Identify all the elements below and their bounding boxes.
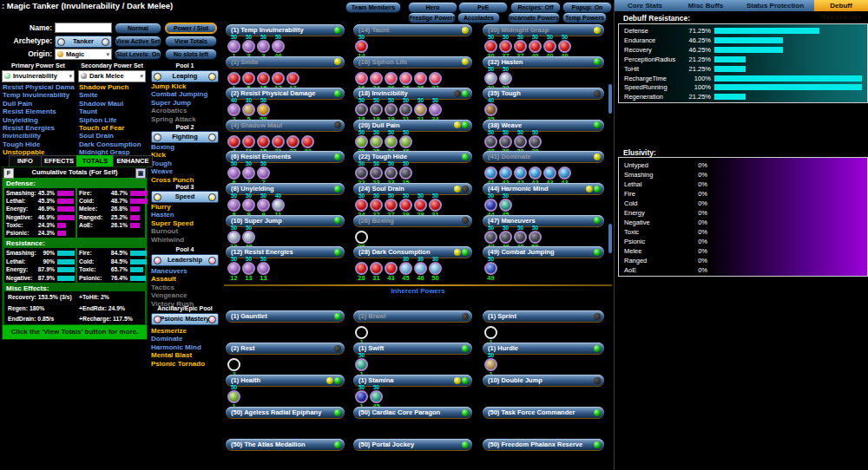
power-list-item[interactable]: Resist Elements xyxy=(3,108,56,115)
name-input[interactable] xyxy=(55,23,112,33)
power-bar[interactable]: (10) Double Jump xyxy=(483,375,604,387)
tab-core-stats[interactable]: Core Stats xyxy=(615,0,676,11)
tab-info[interactable]: INFO xyxy=(9,155,42,167)
power-list-item[interactable]: Temp Invulnerability xyxy=(3,91,69,99)
spinner-orb-icon[interactable] xyxy=(208,193,216,201)
pool-header[interactable]: Leadership xyxy=(151,254,219,266)
power-list-item[interactable]: Tough Hide xyxy=(3,140,40,148)
power-list-item[interactable]: Resist Energies xyxy=(3,124,55,132)
power-bar[interactable]: (50) Task Force Commander xyxy=(483,407,604,419)
spinner-orb-icon[interactable] xyxy=(208,257,216,264)
enhancement-slot[interactable]: 31 xyxy=(369,257,384,282)
power-list-item[interactable]: Burnout xyxy=(151,227,178,235)
power-list-item[interactable]: Kick xyxy=(151,151,166,159)
powerset-select[interactable]: Dark Melee▾ xyxy=(78,70,146,82)
pool-header[interactable]: Speed xyxy=(151,191,219,203)
power-list-item[interactable]: Vengeance xyxy=(151,291,187,299)
power-bar[interactable]: (1) Health xyxy=(226,375,345,387)
enhancement-slot[interactable]: 5012 xyxy=(227,257,241,282)
power-bar[interactable]: (50) Ageless Radial Epiphany xyxy=(226,407,345,419)
power-list-item[interactable]: Unyielding xyxy=(3,116,38,124)
power-bar[interactable]: (2) Rest xyxy=(226,343,345,355)
power-list-item[interactable]: Tactics xyxy=(151,284,174,291)
power-list-item[interactable]: Flurry xyxy=(151,203,171,211)
power-list-item[interactable]: Boxing xyxy=(151,143,174,151)
power-list-item[interactable]: Psionic Tornado xyxy=(151,360,205,368)
enhancement-slot[interactable]: 5049 xyxy=(483,257,498,282)
power-bar[interactable]: (1) Brawl xyxy=(353,310,472,323)
font-button[interactable]: F xyxy=(3,168,14,179)
spinner-orb-icon[interactable] xyxy=(208,73,216,81)
power-bar[interactable]: (1) Sprint xyxy=(483,310,604,323)
power-bar[interactable]: (14) Taunt xyxy=(353,24,472,36)
pool-header[interactable]: Psionic Mastery xyxy=(151,313,219,325)
power-list-item[interactable]: Jump Kick xyxy=(151,82,186,90)
no-slots-left-button[interactable]: No slots left xyxy=(165,49,217,60)
power-list-item[interactable]: Shadow Punch xyxy=(79,83,128,91)
powerset-select[interactable]: Invulnerability▾ xyxy=(2,70,75,82)
enhancement-slot[interactable]: 5013 xyxy=(241,257,256,282)
slot-levels-button[interactable]: Slot Levels: On xyxy=(115,49,161,60)
archetype-dropdown[interactable]: Tanker xyxy=(55,36,112,48)
spinner-orb-icon[interactable] xyxy=(208,316,216,323)
enhancement-slot[interactable]: 3050 xyxy=(428,257,443,282)
toolbar-button[interactable]: Prestige Powers xyxy=(408,12,456,23)
spinner-orb-icon[interactable] xyxy=(154,73,161,81)
power-list-item[interactable]: Shadow Maul xyxy=(79,100,123,108)
tab-status-protection[interactable]: Status Protection xyxy=(736,0,815,11)
power-list-item[interactable]: Super Speed xyxy=(151,219,194,227)
scrollbar-thumb[interactable] xyxy=(608,84,612,114)
power-list-item[interactable]: Tough xyxy=(151,160,172,167)
power-list-item[interactable]: Cross Punch xyxy=(151,176,194,184)
enhancement-slot[interactable]: 28 xyxy=(354,257,369,282)
view-active-sets-button[interactable]: View Active Sets xyxy=(115,36,161,47)
power-list-item[interactable]: Weave xyxy=(151,167,173,175)
power-list-item[interactable]: Dominate xyxy=(151,335,182,343)
power-slot-button[interactable]: Power / Slot xyxy=(165,23,217,34)
spinner-orb-icon[interactable] xyxy=(154,257,161,264)
power-list-item[interactable]: Maneuvers xyxy=(151,267,187,275)
power-list-item[interactable]: Whirlwind xyxy=(151,236,184,244)
power-list-item[interactable]: Assault xyxy=(151,275,176,283)
origin-select[interactable]: Magic ▾ xyxy=(55,49,112,60)
spinner-orb-icon[interactable] xyxy=(154,316,161,323)
power-list-item[interactable]: Touch of Fear xyxy=(79,124,124,132)
power-bar[interactable]: (50) Freedom Phalanx Reserve xyxy=(483,439,604,451)
toolbar-button[interactable]: Team Members xyxy=(345,2,401,13)
spinner-orb-icon[interactable] xyxy=(208,134,216,141)
power-bar[interactable]: (50) Portal Jockey xyxy=(353,439,472,451)
tab-enhance[interactable]: ENHANCE xyxy=(113,155,153,167)
power-bar[interactable]: (50) The Atlas Medallion xyxy=(226,439,345,451)
toolbar-button[interactable]: Incarnate Powers xyxy=(508,12,560,23)
normal-button[interactable]: Normal xyxy=(115,23,161,34)
power-list-item[interactable]: Soul Drain xyxy=(79,132,114,140)
pool-header[interactable]: Fighting xyxy=(151,131,219,143)
view-totals-button[interactable]: View Totals xyxy=(165,36,217,47)
power-bar[interactable]: (49) Combat Jumping xyxy=(483,246,604,258)
power-bar[interactable]: (35) Tough xyxy=(483,88,604,100)
power-bar[interactable]: (1) Gauntlet xyxy=(226,310,345,323)
archetype-next-icon[interactable] xyxy=(102,38,109,46)
scrollbar-thumb[interactable] xyxy=(608,224,612,253)
power-list-item[interactable]: Spring Attack xyxy=(151,115,196,123)
power-bar[interactable]: (1) Hurdle xyxy=(483,343,604,355)
spinner-orb-icon[interactable] xyxy=(154,134,161,141)
pool-header[interactable]: Leaping xyxy=(151,70,219,82)
power-list-item[interactable]: Dark Consumption xyxy=(79,140,141,148)
power-bar[interactable]: (1) Swift xyxy=(353,343,472,355)
power-list-item[interactable]: Siphon Life xyxy=(79,116,117,124)
popout-icon[interactable]: ▣ xyxy=(135,168,146,179)
enhancement-slot[interactable]: 43 xyxy=(384,257,398,282)
enhancement-slot[interactable]: 5013 xyxy=(256,257,271,282)
power-list-item[interactable]: Taunt xyxy=(79,108,97,115)
power-list-item[interactable]: Resist Physical Dama xyxy=(3,83,75,91)
power-list-item[interactable]: Hasten xyxy=(151,211,174,219)
tab-effects[interactable]: EFFECTS xyxy=(41,155,77,167)
power-list-item[interactable]: Mental Blast xyxy=(151,351,192,359)
tab-totals[interactable]: TOTALS xyxy=(76,155,114,167)
power-list-item[interactable]: Harmonic Mind xyxy=(151,343,201,351)
enhancement-slot[interactable]: 3045 xyxy=(398,257,413,282)
power-list-item[interactable]: Invincibility xyxy=(3,132,41,140)
power-list-item[interactable]: Combat Jumping xyxy=(151,90,207,98)
power-bar[interactable]: (50) Cardiac Core Paragon xyxy=(353,407,472,419)
